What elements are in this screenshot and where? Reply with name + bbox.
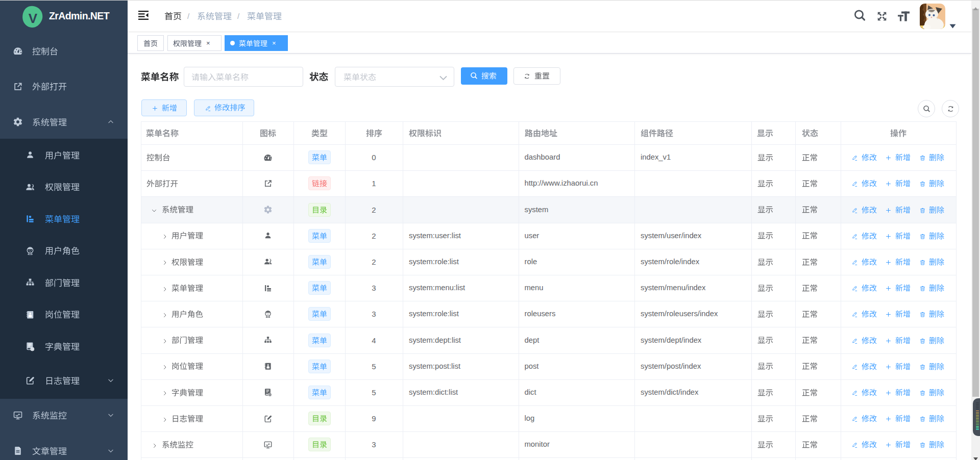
svg-text:V: V — [29, 11, 38, 26]
